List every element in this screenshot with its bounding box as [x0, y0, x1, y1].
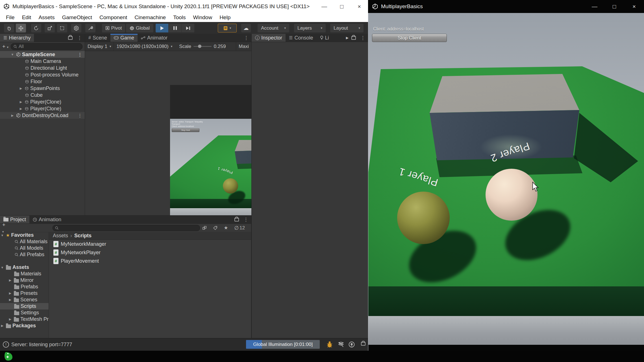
tree-folder-presets[interactable]: ▶ Presets [0, 290, 49, 297]
kebab-menu-icon[interactable]: ⋮ [358, 35, 368, 41]
transform-tool-icon[interactable] [71, 24, 81, 32]
foldout-open-icon[interactable]: ▼ [0, 234, 5, 237]
foldout-closed-icon[interactable]: ▶ [8, 278, 12, 282]
foldout-closed-icon[interactable]: ▶ [8, 291, 12, 295]
tab-animator[interactable]: Animator [138, 34, 171, 42]
menu-tools[interactable]: Tools [169, 14, 189, 21]
tree-all-materials[interactable]: All Materials [0, 238, 49, 245]
status-message[interactable]: Server: listening port=7777 [11, 342, 72, 348]
account-dropdown[interactable]: Account ▾ [258, 24, 289, 32]
hierarchy-item-directional-light[interactable]: Directional Light [0, 65, 85, 71]
kebab-menu-icon[interactable]: ⋮ [78, 113, 85, 118]
kebab-menu-icon[interactable]: ⋮ [241, 35, 251, 41]
close-button[interactable]: × [624, 3, 644, 10]
play-button[interactable] [156, 24, 168, 32]
layers-dropdown[interactable]: Layers ▾ [294, 24, 326, 32]
tree-folder-textmeshpro[interactable]: ▶ TextMesh Pro [0, 316, 49, 322]
tree-assets-root[interactable]: ▼ Assets [0, 264, 49, 271]
file-playermovement[interactable]: # PlayerMovement [49, 257, 251, 265]
auto-generate-lighting-icon[interactable] [348, 341, 355, 348]
tree-folder-materials[interactable]: Materials [0, 271, 49, 277]
foldout-open-icon[interactable]: ▼ [0, 266, 5, 269]
tab-console[interactable]: ☰ Console [286, 34, 317, 42]
tab-hierarchy[interactable]: ☰ Hierarchy [0, 34, 34, 42]
file-mynetworkplayer[interactable]: # MyNetworkPlayer [49, 248, 251, 257]
menu-help[interactable]: Help [216, 14, 234, 21]
tree-folder-scenes[interactable]: ▶ Scenes [0, 297, 49, 303]
hierarchy-item-postprocess-volume[interactable]: Post-process Volume [0, 71, 85, 78]
menu-assets[interactable]: Assets [35, 14, 58, 21]
file-mynetworkmanager[interactable]: # MyNetworkManager [49, 240, 251, 248]
breadcrumb-root[interactable]: Assets [53, 233, 68, 239]
foldout-open-icon[interactable]: ▼ [10, 53, 15, 56]
hand-tool-icon[interactable] [4, 24, 14, 32]
tab-inspector[interactable]: i Inspector [252, 34, 286, 42]
hierarchy-item-main-camera[interactable]: Main Camera [0, 58, 85, 65]
lock-icon[interactable] [359, 342, 367, 346]
desktop-shortcut-icon[interactable] [4, 352, 14, 361]
hierarchy-item-player-clone-2[interactable]: ▶ Player(Clone) [0, 105, 85, 112]
hud-stop-host-button[interactable]: Stop Host [172, 128, 199, 132]
pause-button[interactable] [169, 24, 181, 32]
resolution-dropdown[interactable]: 1920x1080 (1920x1080) ▾ [114, 42, 175, 51]
tab-scroll-arrow-icon[interactable]: ▶ [345, 36, 350, 40]
kebab-menu-icon[interactable]: ⋮ [241, 217, 251, 223]
foldout-closed-icon[interactable]: ▶ [19, 107, 23, 111]
hidden-count-badge[interactable]: ∅ 12 [234, 225, 245, 231]
tree-folder-settings[interactable]: Settings [0, 310, 49, 316]
foldout-closed-icon[interactable]: ▶ [19, 87, 23, 90]
scene-row-dontdestroyonload[interactable]: ▶ DontDestroyOnLoad ⋮ [0, 112, 85, 119]
foldout-closed-icon[interactable]: ▶ [8, 298, 12, 302]
lock-icon[interactable] [351, 36, 356, 40]
add-object-button[interactable]: + ▾ [2, 43, 8, 50]
tab-lighting[interactable]: Li [317, 34, 330, 42]
tree-all-models[interactable]: All Models [0, 245, 49, 251]
tab-project[interactable]: Project [0, 216, 29, 223]
hierarchy-item-cube[interactable]: Cube [0, 92, 85, 98]
tree-folder-mirror[interactable]: ▶ Mirror [0, 277, 49, 284]
scale-tool-icon[interactable] [45, 24, 55, 32]
hierarchy-item-player-clone-1[interactable]: ▶ Player(Clone) [0, 98, 85, 105]
kebab-menu-icon[interactable]: ⋮ [78, 52, 85, 57]
rotate-tool-icon[interactable] [31, 24, 41, 32]
foldout-closed-icon[interactable]: ▶ [10, 114, 15, 117]
search-by-type-button[interactable] [202, 226, 207, 230]
hud-stop-client-button[interactable]: Stop Client [372, 34, 447, 42]
hierarchy-item-spawnpoints[interactable]: ▶ SpawnPoints [0, 85, 85, 92]
breadcrumb-current[interactable]: Scripts [74, 233, 92, 239]
menu-edit[interactable]: Edit [18, 14, 35, 21]
favorites-star-button[interactable]: ★ [224, 225, 228, 231]
minimize-button[interactable]: — [316, 3, 333, 10]
tab-animation[interactable]: Animation [29, 216, 65, 223]
tree-folder-scripts-selected[interactable]: Scripts [0, 303, 49, 310]
cache-server-status-icon[interactable] [337, 341, 345, 348]
hierarchy-search-input[interactable]: All [11, 43, 82, 50]
pivot-toggle[interactable]: Pivot [102, 24, 125, 32]
kebab-menu-icon[interactable]: ⋮ [74, 35, 85, 41]
global-illumination-progress[interactable]: Global Illumination [0:01:00] [246, 340, 320, 349]
menu-file[interactable]: File [2, 14, 18, 21]
foldout-closed-icon[interactable]: ▶ [19, 100, 23, 104]
rect-tool-icon[interactable] [57, 24, 67, 32]
menu-component[interactable]: Component [96, 14, 131, 21]
close-button[interactable]: × [351, 3, 368, 10]
hierarchy-item-floor[interactable]: Floor [0, 78, 85, 85]
global-toggle[interactable]: Global [126, 24, 153, 32]
foldout-closed-icon[interactable]: ▶ [0, 324, 5, 328]
tree-packages-root[interactable]: ▶ Packages [0, 322, 49, 329]
debugger-status-icon[interactable] [326, 341, 333, 348]
collab-dropdown[interactable]: ▾ [218, 24, 237, 32]
search-by-label-button[interactable] [213, 226, 217, 230]
move-tool-icon[interactable] [16, 24, 26, 32]
tree-all-prefabs[interactable]: All Prefabs [0, 251, 49, 258]
cloud-button[interactable]: ☁ [241, 24, 251, 32]
maximize-button[interactable]: □ [604, 3, 624, 10]
step-button[interactable] [182, 24, 194, 32]
tree-folder-prefabs[interactable]: Prefabs [0, 284, 49, 290]
custom-tool-icon[interactable] [85, 24, 95, 32]
lock-icon[interactable] [68, 36, 73, 40]
foldout-closed-icon[interactable]: ▶ [8, 317, 12, 321]
tab-scene[interactable]: # Scene [85, 34, 110, 42]
menu-window[interactable]: Window [190, 14, 216, 21]
scale-slider[interactable] [193, 46, 212, 47]
